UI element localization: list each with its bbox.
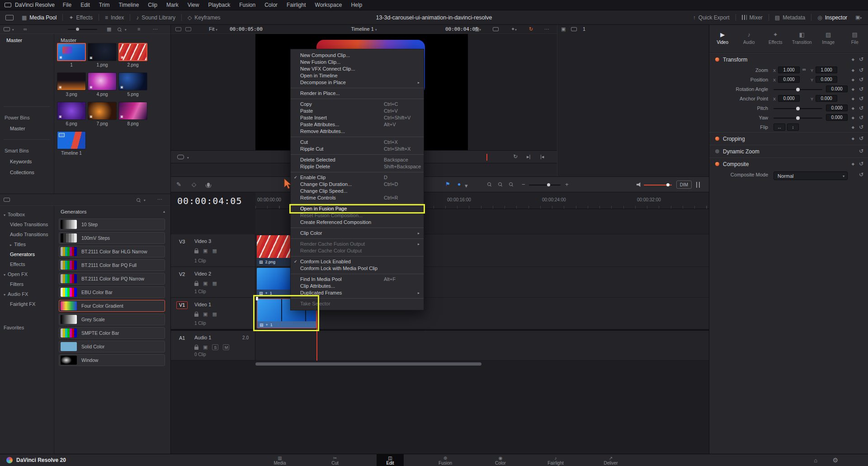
zoom-full-icon[interactable] [498,182,503,187]
generator-four-color-gradient[interactable]: Four Color Gradient [59,300,165,312]
track-lane-a1[interactable] [255,331,709,361]
menu-color[interactable]: Color [260,0,282,10]
timeline-zoom-handle[interactable] [547,183,550,186]
slider-track[interactable] [774,118,822,119]
reset-icon[interactable]: ↺ [859,95,863,102]
page-fairlight[interactable]: ♪Fairlight [542,454,569,466]
keyframe-icon[interactable]: ◆ [852,162,854,166]
disable-track-icon[interactable]: ▦ [212,311,217,317]
keyframe-icon[interactable]: ◆ [852,57,854,62]
toolbox-toolbox[interactable]: ▾Toolbox [0,209,54,219]
menu-item-decompose-in-place[interactable]: Decompose in Place▸ [291,79,424,86]
menu-help[interactable]: Help [346,0,367,10]
reset-icon[interactable]: ↺ [859,76,863,83]
menu-item-ripple-cut[interactable]: Ripple CutCtrl+Shift+X [291,146,424,152]
menu-item-open-in-timeline[interactable]: Open in Timeline [291,72,424,79]
value-x-field[interactable]: 0.000 [778,76,800,83]
menu-item-ripple-delete[interactable]: Ripple DeleteShift+Backspace [291,163,424,170]
auto-select-icon[interactable]: ▣ [203,248,208,254]
menu-item-render-cache-fusion-output[interactable]: Render Cache Fusion Output▸ [291,241,424,247]
page-color[interactable]: ◉Color [487,454,514,466]
toolbox-open-fx[interactable]: ▾Open FX [0,269,54,279]
video-audio-divider[interactable] [171,329,709,331]
keyframe-icon[interactable]: ◆ [852,97,854,101]
track-badge-v2[interactable]: V2 [176,271,188,278]
toolbar-mixer[interactable]: Mixer [740,14,764,21]
toolbar-inspector[interactable]: ◎Inspector [816,14,849,21]
link-bins-icon[interactable]: ∞ [24,26,27,32]
page-edit[interactable]: ◫Edit [377,454,404,466]
bin-master-root[interactable]: Master [6,38,54,43]
menu-item-clip-attributes[interactable]: Clip Attributes... [291,283,424,290]
menu-item-clip-color[interactable]: Clip Color▸ [291,230,424,237]
generator-smpte-color-bar[interactable]: SMPTE Color Bar [59,327,165,339]
lock-icon[interactable] [194,250,198,253]
section-enable-dot[interactable] [715,162,719,166]
value-field[interactable]: 0.000 [826,105,848,111]
inspector-tab-effects[interactable]: ✦Effects [762,29,789,52]
menu-item-new-fusion-clip[interactable]: New Fusion Clip... [291,59,424,66]
solo-button[interactable]: S [212,344,218,350]
next-frame-icon[interactable]: ▸| [527,154,530,160]
toolbar-quick-export[interactable]: ↑Quick Export [691,14,731,21]
generator-window[interactable]: Window [59,354,165,366]
toolbox-fairlight-fx[interactable]: Fairlight FX [0,299,54,309]
reset-icon[interactable]: ↺ [859,161,863,167]
toolbox-generators[interactable]: Generators [0,249,54,259]
section-transform[interactable]: Transform◆↺ [709,53,868,66]
toolbar-sound-library[interactable]: ♪Sound Library [134,14,177,21]
media-clip-6-png[interactable]: ▣6.png [57,102,86,126]
section-composite[interactable]: Composite◆↺ [709,157,868,170]
track-header-v1[interactable]: V1Video 1▣▦1 Clip [171,298,255,329]
previous-frame-icon[interactable]: |◂ [540,154,544,160]
voiceover-icon[interactable] [207,183,210,187]
media-clip-1[interactable]: ▣1 [57,43,86,67]
menu-mark[interactable]: Mark [162,0,183,10]
reset-icon[interactable]: ↺ [859,148,863,154]
chevron-down-icon[interactable]: ▾ [125,28,127,32]
monitor-volume-handle[interactable] [666,183,670,186]
menu-item-new-vfx-connect-clip[interactable]: New VFX Connect Clip... [291,66,424,72]
thumbnail-zoom-slider[interactable] [68,29,97,30]
refresh-status-icon[interactable]: ↻ [529,26,533,32]
disable-track-icon[interactable]: ▦ [212,248,217,254]
panel-toggle-icon[interactable] [4,198,10,202]
trim-edit-mode-icon[interactable]: ◇ [192,181,196,188]
menu-item-conform-lock-with-media-pool-clip[interactable]: Conform Lock with Media Pool Clip [291,265,424,272]
settings-gear-icon[interactable]: ⚙ [832,456,838,464]
expand-viewer-icon[interactable] [571,27,577,31]
page-deliver[interactable]: ↗Deliver [597,454,624,466]
search-icon[interactable] [118,28,122,32]
generator-grey-scale[interactable]: Grey Scale [59,314,165,325]
toolbox-favorites[interactable]: Favorites [0,323,54,333]
timeline-horizontal-scrollbar[interactable] [255,362,481,366]
media-clip-8-png[interactable]: ▣8.png [118,102,147,126]
bin-list-view-icon[interactable] [4,27,10,31]
menu-item-enable-clip[interactable]: ✓Enable ClipD [291,174,424,181]
bin-keywords[interactable]: Keywords [0,156,54,167]
media-clip-5-png[interactable]: ▣5.png [118,72,147,97]
track-badge-v1[interactable]: V1 [176,301,188,309]
menu-item-new-compound-clip[interactable]: New Compound Clip... [291,52,424,59]
keyframe-icon[interactable]: ◆ [852,125,854,129]
keyframe-icon[interactable]: ◆ [852,68,854,72]
section-enable-dot[interactable] [715,149,719,153]
keyframe-icon[interactable]: ◆ [852,137,854,141]
lock-icon[interactable] [194,314,198,317]
bin-master[interactable]: Master [0,123,54,134]
media-clip-timeline-1[interactable]: Timeline 1 [57,131,86,156]
page-cut[interactable]: ✂Cut [321,454,349,466]
generator-10-step[interactable]: 10 Step [59,219,165,230]
menu-item-conform-lock-enabled[interactable]: ✓Conform Lock Enabled [291,258,424,265]
composite-mode-select[interactable]: Normal▾ [774,171,848,180]
toolbar-keyframes[interactable]: ◇Keyframes [186,14,222,21]
toolbar-index[interactable]: ≡Index [103,14,126,21]
menu-item-change-clip-speed[interactable]: Change Clip Speed... [291,188,424,195]
chevron-down-icon[interactable]: ▾ [187,156,189,160]
flip-vertical-button[interactable]: ↕ [787,124,799,131]
link-icon[interactable]: ∞ [802,67,806,72]
toolbar-effects[interactable]: ✦Effects [67,14,94,21]
reset-icon[interactable]: ↺ [859,135,863,142]
zoom-detail-icon[interactable] [509,182,514,187]
inspector-tab-video[interactable]: ▶Video [709,29,736,52]
